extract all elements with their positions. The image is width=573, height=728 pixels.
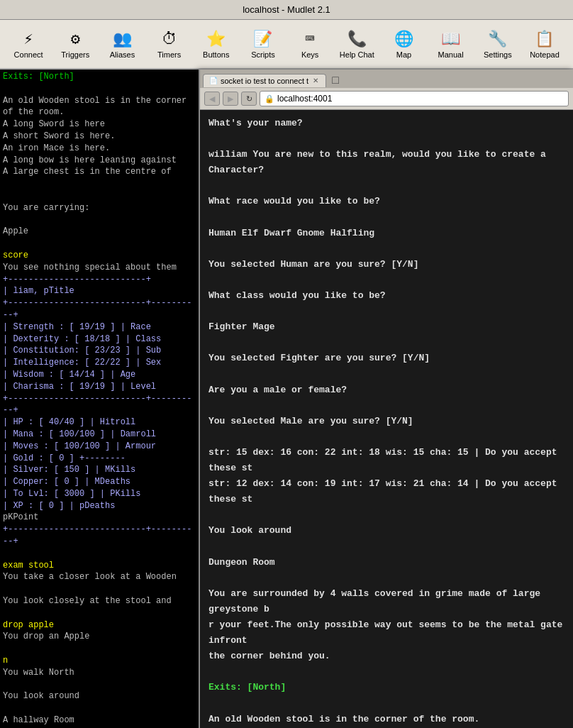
- mud-line: An old Wooden stool is in the corner of …: [3, 95, 196, 119]
- connect-icon: ⚡: [23, 30, 33, 49]
- browser-line: What's your name?: [208, 116, 564, 131]
- triggers-icon: ⚙️: [71, 30, 80, 49]
- browser-chrome: 📄 socket io test to connect t ✕ □ ◀ ▶ ↻ …: [200, 70, 573, 110]
- address-text: localhost:4001: [277, 94, 332, 104]
- toolbar-item-connect[interactable]: ⚡Connect: [6, 22, 51, 66]
- map-label: Map: [396, 50, 411, 59]
- mud-line: You look around: [3, 690, 196, 702]
- new-tab-button[interactable]: □: [328, 72, 343, 88]
- browser-line: You selected Fighter are you sure? [Y/N]: [208, 351, 564, 366]
- mud-terminal: Exits: [North] An old Wooden stool is in…: [0, 70, 199, 728]
- browser-line: Exits: [North]: [208, 680, 564, 695]
- keys-label: Keys: [301, 50, 318, 59]
- back-button[interactable]: ◀: [204, 92, 220, 106]
- browser-nav: ◀ ▶ ↻ 🔒 localhost:4001: [200, 88, 573, 109]
- manual-icon: 📖: [441, 30, 460, 49]
- aliases-icon: 👥: [113, 30, 132, 49]
- mud-line: [3, 190, 196, 202]
- browser-overlay: 📄 socket io test to connect t ✕ □ ◀ ▶ ↻ …: [199, 70, 573, 728]
- mud-line: [3, 643, 196, 655]
- buttons-label: Buttons: [203, 50, 229, 59]
- mud-line: [3, 583, 196, 595]
- browser-line: str: 12 dex: 14 con: 19 int: 17 wis: 21 …: [208, 476, 564, 507]
- forward-button[interactable]: ▶: [223, 92, 238, 106]
- manual-label: Manual: [438, 50, 464, 59]
- tab-favicon-icon: 📄: [209, 77, 218, 84]
- mud-line: You walk North: [3, 667, 196, 679]
- browser-line: What race would you like to be?: [208, 194, 564, 209]
- browser-line: [208, 570, 564, 586]
- browser-line: Are you a male or female?: [208, 382, 564, 398]
- address-icon: 🔒: [265, 94, 274, 104]
- settings-icon: 🔧: [488, 30, 507, 49]
- settings-label: Settings: [484, 50, 512, 59]
- toolbar-item-aliases[interactable]: 👥Aliases: [99, 22, 145, 66]
- toolbar-item-buttons[interactable]: ⭐Buttons: [194, 22, 239, 66]
- browser-line: You look around: [208, 523, 564, 539]
- mud-line: A long Sword is here: [3, 118, 196, 131]
- mud-line: | Moves : [ 100/100 ] | Armour: [3, 441, 196, 453]
- mud-line: A long bow is here leaning against: [3, 155, 196, 167]
- browser-content[interactable]: What's your name? william You are new to…: [200, 110, 573, 728]
- buttons-icon: ⭐: [206, 30, 226, 49]
- browser-line: [208, 241, 564, 257]
- mud-line: [3, 548, 196, 560]
- browser-line: [208, 429, 564, 445]
- mud-line: [3, 702, 196, 715]
- mud-line: +---------------------------+: [3, 274, 196, 286]
- browser-line: [208, 210, 564, 226]
- toolbar-item-keys[interactable]: ⌨Keys: [287, 22, 333, 66]
- browser-line: [208, 178, 564, 194]
- toolbar-item-map[interactable]: 🌐Map: [381, 22, 426, 66]
- toolbar-item-help-chat[interactable]: 📞Help Chat: [334, 22, 379, 66]
- main-area: Exits: [North] An old Wooden stool is in…: [0, 70, 573, 728]
- title-bar: localhost - Mudlet 2.1: [0, 0, 573, 20]
- mud-line: | Dexterity : [ 18/18 ] | Class: [3, 333, 196, 346]
- mud-line: | Copper: [ 0 ] | MDeaths: [3, 476, 196, 488]
- mud-line: | To Lvl: [ 3000 ] | PKills: [3, 488, 196, 500]
- browser-line: [208, 335, 564, 351]
- mud-line: Exits: [North]: [3, 71, 196, 83]
- mud-line: You drop an Apple: [3, 631, 196, 643]
- address-bar[interactable]: 🔒 localhost:4001: [260, 91, 569, 106]
- browser-line: An old Wooden stool is in the corner of …: [208, 712, 564, 727]
- browser-line: [208, 304, 564, 319]
- mud-line: | Gold : [ 0 ] +--------: [3, 453, 196, 465]
- mud-line: A hallway Room: [3, 715, 196, 727]
- mud-line: exam stool: [3, 560, 196, 572]
- mud-line: +---------------------------+----------+: [3, 393, 196, 417]
- mud-line: | HP : [ 40/40 ] | Hitroll: [3, 417, 196, 429]
- title-text: localhost - Mudlet 2.1: [243, 4, 330, 15]
- browser-line: Human Elf Dwarf Gnome Halfling: [208, 226, 564, 241]
- mud-line: | Strength : [ 19/19 ] | Race: [3, 321, 196, 333]
- toolbar-item-timers[interactable]: ⏱Timers: [147, 22, 192, 66]
- mud-line: | Charisma : [ 19/19 ] | Level: [3, 381, 196, 393]
- connect-label: Connect: [14, 50, 43, 59]
- mud-line: A large chest is in the centre of: [3, 166, 196, 178]
- mud-line: | Wisdom : [ 14/14 ] | Age: [3, 369, 196, 381]
- tab-close-button[interactable]: ✕: [311, 77, 320, 84]
- triggers-label: Triggers: [61, 50, 89, 59]
- browser-line: the corner behind you.: [208, 649, 564, 664]
- tab-title: socket io test to connect t: [221, 77, 308, 85]
- browser-line: r your feet.The only possible way out se…: [208, 617, 564, 649]
- toolbar-item-scripts[interactable]: 📝Scripts: [240, 22, 286, 66]
- browser-line: You are surrounded by 4 walls covered in…: [208, 586, 564, 617]
- mud-line: You look closely at the stool and: [3, 595, 196, 607]
- browser-line: [208, 695, 564, 711]
- mud-line: You are carrying:: [3, 202, 196, 214]
- mud-line: [3, 83, 196, 95]
- toolbar-item-triggers[interactable]: ⚙️Triggers: [52, 22, 98, 66]
- browser-tab[interactable]: 📄 socket io test to connect t ✕: [203, 74, 326, 87]
- mud-line: You see nothing special about them: [3, 262, 196, 274]
- browser-line: [208, 272, 564, 288]
- toolbar-item-settings[interactable]: 🔧Settings: [475, 22, 521, 66]
- reload-button[interactable]: ↻: [241, 92, 257, 106]
- toolbar-item-notepad[interactable]: 📋Notepad: [522, 22, 567, 66]
- toolbar-item-manual[interactable]: 📖Manual: [428, 22, 474, 66]
- browser-line: Fighter Mage: [208, 319, 564, 335]
- timers-label: Timers: [157, 50, 181, 59]
- mud-line: pKPoint: [3, 512, 196, 524]
- help-chat-icon: 📞: [347, 30, 367, 49]
- mud-line: [3, 214, 196, 226]
